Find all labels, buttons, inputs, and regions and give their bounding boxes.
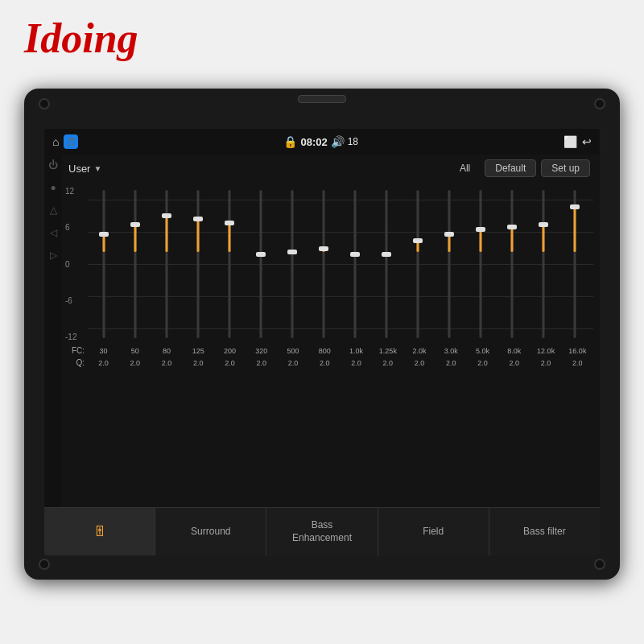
fc-val-6: 500: [278, 347, 309, 355]
slider-track: [228, 190, 230, 338]
slider-band-4[interactable]: [213, 184, 245, 345]
slider-band-13[interactable]: [496, 184, 527, 345]
fc-val-5: 320: [246, 347, 277, 355]
q-val-9: 2.0: [372, 359, 403, 367]
slider-band-15[interactable]: [559, 184, 590, 345]
q-val-13: 2.0: [498, 359, 530, 367]
brand-logo: Idoing: [24, 14, 138, 62]
slider-band-2[interactable]: [151, 184, 182, 345]
screen: ⌂ 🎵 🔒 08:02 🔊 18 ⬜ ↩ ⏻: [44, 129, 600, 555]
slider-track: [385, 190, 387, 338]
slider-band-0[interactable]: [88, 184, 119, 345]
power-icon[interactable]: ⏻: [48, 159, 58, 171]
fc-label: FC:: [65, 346, 88, 355]
q-val-3: 2.0: [183, 359, 214, 367]
q-val-6: 2.0: [278, 359, 309, 367]
q-val-2: 2.0: [151, 359, 183, 367]
slider-thumb[interactable]: [256, 252, 266, 257]
profile-label: User: [68, 163, 90, 175]
slider-track: [542, 190, 544, 338]
mount-hole-tr: [594, 98, 605, 109]
tab-field[interactable]: Field: [378, 508, 489, 555]
q-label: Q:: [65, 358, 88, 367]
slider-thumb[interactable]: [225, 221, 234, 225]
eq-graph: 12 6 0 -6 -12: [65, 184, 593, 345]
eq-top-controls: User ▼ All Default Set up: [65, 159, 593, 177]
slider-track: [165, 190, 167, 338]
default-button[interactable]: Default: [485, 159, 536, 177]
tab-label-surround: Surround: [191, 526, 230, 539]
slider-band-7[interactable]: [308, 184, 339, 345]
q-val-14: 2.0: [530, 359, 562, 367]
slider-thumb[interactable]: [99, 232, 109, 237]
fc-val-14: 12.0k: [530, 347, 562, 355]
circle-icon: ●: [50, 182, 56, 193]
slider-band-9[interactable]: [370, 184, 402, 345]
slider-thumb[interactable]: [287, 250, 297, 254]
slider-track: [322, 190, 324, 338]
q-val-15: 2.0: [562, 359, 593, 367]
slider-thumb[interactable]: [193, 217, 203, 221]
slider-band-10[interactable]: [402, 184, 433, 345]
q-val-10: 2.0: [404, 359, 436, 367]
top-handle: [298, 95, 346, 103]
nav-forward-icon[interactable]: ▷: [50, 250, 57, 261]
tab-label-field: Field: [423, 526, 444, 539]
tab-eq[interactable]: 🎚: [44, 508, 155, 555]
slider-thumb[interactable]: [539, 222, 548, 227]
slider-fill: [165, 213, 167, 252]
slider-band-5[interactable]: [245, 184, 276, 345]
slider-thumb[interactable]: [444, 232, 454, 237]
mount-hole-br: [594, 559, 605, 570]
setup-button[interactable]: Set up: [541, 159, 590, 177]
nav-home-icon[interactable]: △: [50, 204, 57, 216]
fc-val-2: 80: [151, 347, 183, 355]
slider-thumb[interactable]: [570, 204, 580, 209]
slider-thumb[interactable]: [507, 225, 517, 229]
slider-band-3[interactable]: [182, 184, 213, 345]
slider-band-8[interactable]: [339, 184, 370, 345]
slider-thumb[interactable]: [382, 252, 391, 257]
home-icon: ⌂: [52, 135, 59, 148]
slider-thumb[interactable]: [476, 227, 485, 232]
q-val-11: 2.0: [436, 359, 467, 367]
q-values: 2.02.02.02.02.02.02.02.02.02.02.02.02.02…: [88, 359, 593, 367]
slider-track: [416, 190, 419, 338]
profile-selector[interactable]: User ▼: [68, 163, 101, 175]
slider-band-6[interactable]: [276, 184, 308, 345]
slider-thumb[interactable]: [162, 213, 171, 218]
slider-track: [448, 190, 450, 338]
q-val-4: 2.0: [214, 359, 246, 367]
q-val-5: 2.0: [246, 359, 277, 367]
tab-bass-enh[interactable]: BassEnhancement: [266, 508, 378, 555]
nav-back-icon[interactable]: ◁: [50, 227, 57, 238]
tab-surround[interactable]: Surround: [155, 508, 266, 555]
tab-bar: 🎚SurroundBassEnhancementFieldBass filter: [44, 507, 600, 555]
slider-thumb[interactable]: [350, 252, 360, 257]
slider-band-11[interactable]: [433, 184, 464, 345]
slider-thumb[interactable]: [413, 238, 423, 243]
all-button[interactable]: All: [450, 159, 480, 177]
slider-thumb[interactable]: [130, 222, 140, 227]
clock: 08:02: [300, 136, 327, 148]
slider-track: [134, 190, 136, 338]
slider-fill: [573, 204, 576, 253]
fc-val-11: 3.0k: [436, 347, 467, 355]
eq-button-group: All Default Set up: [450, 159, 590, 177]
window-icon: ⬜: [564, 135, 577, 148]
eq-sliders: [88, 184, 590, 345]
lock-icon: 🔒: [283, 135, 297, 148]
fc-val-13: 8.0k: [498, 347, 530, 355]
slider-band-1[interactable]: [119, 184, 151, 345]
fc-val-10: 2.0k: [404, 347, 436, 355]
left-icons-panel: ⏻ ● △ ◁ ▷: [44, 155, 62, 507]
slider-band-12[interactable]: [464, 184, 496, 345]
slider-band-14[interactable]: [527, 184, 559, 345]
q-val-0: 2.0: [88, 359, 119, 367]
slider-thumb[interactable]: [319, 246, 328, 251]
tab-label-bass-flt: Bass filter: [523, 526, 566, 539]
slider-track: [291, 190, 293, 338]
slider-track: [479, 190, 481, 338]
tab-bass-flt[interactable]: Bass filter: [489, 508, 600, 555]
slider-fill: [196, 217, 199, 252]
